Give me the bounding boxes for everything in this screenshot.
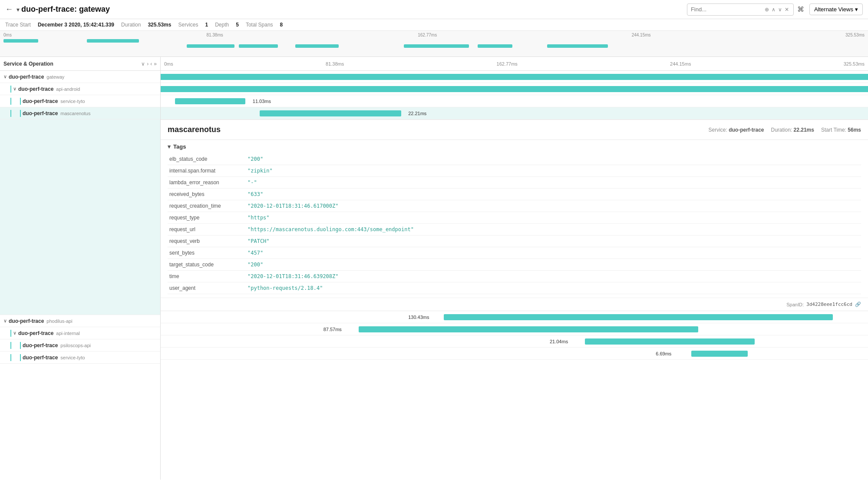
- start-time-value: 56ms: [848, 127, 861, 133]
- span-bar-api-internal: 87.57ms: [161, 323, 868, 335]
- overview-bars: [0, 38, 868, 56]
- tree-bar-p5: [20, 354, 21, 361]
- service-name-api-android: duo-perf-trace: [18, 86, 53, 92]
- keyboard-shortcut-icon[interactable]: ⌘: [797, 5, 804, 13]
- tag-value: "633": [246, 189, 861, 200]
- timeline-time-labels: 0ms 81.38ms 162.77ms 244.15ms 325.53ms: [164, 61, 865, 66]
- duration-label-detail: Duration:: [771, 127, 792, 133]
- search-refresh-button[interactable]: ⊕: [764, 6, 770, 13]
- tags-toggle-button[interactable]: ▾ Tags: [168, 140, 861, 153]
- operation-api-android: api-android: [56, 86, 80, 92]
- alternate-views-button[interactable]: Alternate Views ▾: [809, 3, 863, 15]
- tag-key: request_creation_time: [168, 200, 246, 212]
- overview-bar: [87, 39, 139, 43]
- search-close-button[interactable]: ✕: [784, 6, 790, 13]
- spanid-bar: SpanID: 3d4228eee1fcc6cd 🔗: [161, 298, 868, 311]
- span-row-gateway[interactable]: ∨ duo-perf-trace gateway: [0, 71, 160, 83]
- span-row-api-android[interactable]: ∨ duo-perf-trace api-android: [0, 83, 160, 95]
- tag-value: "https": [246, 212, 861, 224]
- bar-api-android: [161, 86, 868, 92]
- bar-gateway: [161, 74, 868, 80]
- expand-one-button[interactable]: ›: [147, 61, 149, 67]
- search-nav: ⊕ ∧ ∨ ✕: [764, 6, 790, 13]
- bar-psiloscops: [585, 338, 755, 345]
- span-bar-gateway: [161, 71, 868, 83]
- trace-start-value: December 3 2020, 15:42:41.339: [38, 22, 114, 28]
- duration-api-internal: 87.57ms: [323, 327, 342, 332]
- tag-value: "2020-12-01T18:31:46.617000Z": [246, 200, 861, 212]
- duration-label: Duration: [121, 22, 141, 28]
- back-button[interactable]: ←: [5, 5, 13, 14]
- tag-value: "2020-12-01T18:31:46.639208Z": [246, 271, 861, 282]
- tag-key: received_bytes: [168, 189, 246, 200]
- depth-label: Depth: [215, 22, 229, 28]
- service-label: Service:: [708, 127, 727, 133]
- search-next-button[interactable]: ∨: [777, 6, 783, 13]
- overview-time-labels: 0ms 81.38ms 162.77ms 244.15ms 325.53ms: [0, 33, 868, 37]
- span-row-mascarenotus[interactable]: duo-perf-trace mascarenotus: [0, 107, 160, 119]
- tag-key: sent_bytes: [168, 247, 246, 259]
- trace-title: duo-perf-trace: gateway: [21, 5, 110, 14]
- collapse-api-internal-button[interactable]: ∨: [13, 330, 17, 336]
- tag-row: target_status_code"200": [168, 259, 861, 271]
- tag-link[interactable]: "https://mascarenotus.duolingo.com:443/s…: [248, 226, 414, 232]
- span-row-service-tyto[interactable]: duo-perf-trace service-tyto: [0, 95, 160, 107]
- span-row-api-internal[interactable]: ∨ duo-perf-trace api-internal: [0, 327, 160, 339]
- tree-bar: [10, 86, 11, 93]
- collapse-one-button[interactable]: ‹: [150, 61, 152, 67]
- main-content: Service & Operation ∨ › ‹ » ∨ duo-perf-t…: [0, 57, 868, 480]
- tag-value: "zipkin": [246, 165, 861, 177]
- tree-bar-p1: [10, 330, 11, 337]
- tree-bar-5: [20, 110, 21, 117]
- tag-value: "https://mascarenotus.duolingo.com:443/s…: [246, 224, 861, 236]
- overview-bar: [478, 44, 512, 48]
- overview-bar: [187, 44, 234, 48]
- spanid-value: 3d4228eee1fcc6cd: [806, 302, 852, 307]
- duration-value-detail: 22.21ms: [794, 127, 814, 133]
- tags-table: elb_status_code"200"internal.span.format…: [168, 153, 861, 294]
- tag-value: "200": [246, 259, 861, 271]
- span-row-phodilus-api[interactable]: ∨ duo-perf-trace phodilus-api: [0, 315, 160, 327]
- tag-key: request_url: [168, 224, 246, 236]
- span-row-service-tyto-bottom[interactable]: duo-perf-trace service-tyto: [0, 352, 160, 364]
- search-input[interactable]: [691, 6, 760, 13]
- tag-row: elb_status_code"200": [168, 153, 861, 165]
- tree-bar-p2: [10, 342, 11, 349]
- service-operation-title: Service & Operation: [3, 61, 141, 67]
- service-name-gateway: duo-perf-trace: [9, 74, 44, 80]
- app-header: ← ▾ duo-perf-trace: gateway ⊕ ∧ ∨ ✕ ⌘ Al…: [0, 0, 868, 19]
- tag-value: "-": [246, 177, 861, 189]
- span-bar-psiloscops: 21.04ms: [161, 335, 868, 348]
- collapse-api-android-button[interactable]: ∨: [13, 86, 17, 92]
- copy-spanid-icon[interactable]: 🔗: [855, 302, 861, 307]
- timeline-overview: 0ms 81.38ms 162.77ms 244.15ms 325.53ms: [0, 31, 868, 57]
- span-bar-service-tyto: 11.03ms: [161, 95, 868, 107]
- collapse-all-button[interactable]: ∨: [141, 61, 145, 67]
- search-prev-button[interactable]: ∧: [771, 6, 776, 13]
- span-detail-panel: mascarenotus Service: duo-perf-trace Dur…: [161, 119, 868, 311]
- collapse-phodilus-button[interactable]: ∨: [3, 318, 7, 324]
- tag-value: "python-requests/2.18.4": [246, 282, 861, 294]
- tag-key: target_status_code: [168, 259, 246, 271]
- bar-service-tyto: [175, 98, 246, 104]
- tree-bar-p4: [10, 354, 11, 361]
- bar-mascarenotus: [260, 110, 401, 116]
- overview-bar: [3, 39, 38, 43]
- collapse-gateway-button[interactable]: ∨: [3, 74, 7, 80]
- overview-bar: [547, 44, 608, 48]
- timeline-header: 0ms 81.38ms 162.77ms 244.15ms 325.53ms: [161, 57, 868, 71]
- content-area: Service & Operation ∨ › ‹ » ∨ duo-perf-t…: [0, 57, 868, 480]
- tag-key: request_verb: [168, 236, 246, 247]
- expand-all-button[interactable]: »: [154, 61, 157, 67]
- service-name-psiloscops: duo-perf-trace: [23, 342, 58, 348]
- trace-start-label: Trace Start: [5, 22, 31, 28]
- tag-key: elb_status_code: [168, 153, 246, 165]
- start-time-label: Start Time:: [821, 127, 846, 133]
- total-spans-value: 8: [280, 22, 283, 28]
- span-bar-phodilus: 130.43ms: [161, 311, 868, 323]
- spanid-label: SpanID:: [786, 302, 804, 307]
- span-row-psiloscops-api[interactable]: duo-perf-trace psiloscops-api: [0, 339, 160, 352]
- bar-service-tyto-bottom: [691, 351, 748, 357]
- service-name-api-internal: duo-perf-trace: [18, 330, 53, 336]
- tag-row: request_url"https://mascarenotus.duoling…: [168, 224, 861, 236]
